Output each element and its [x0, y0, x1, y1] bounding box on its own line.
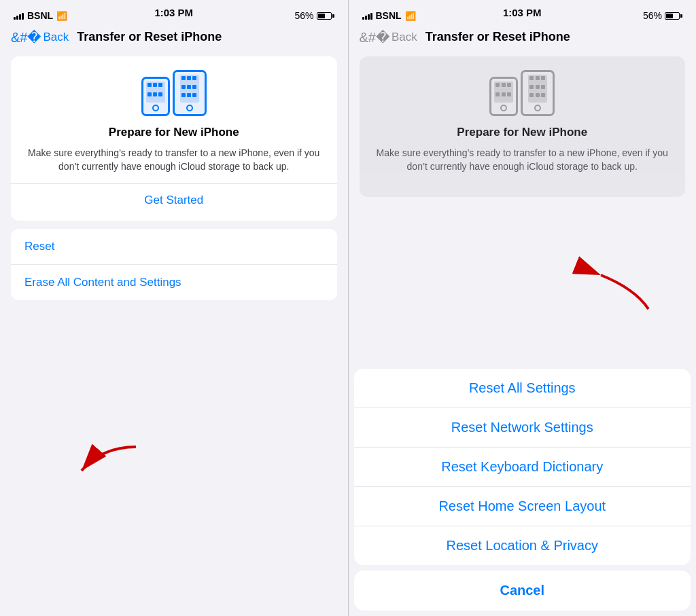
phone-screen-small [146, 81, 165, 103]
back-button-left[interactable]: &#� Back [11, 31, 69, 44]
card-desc-right: Make sure everything’s ready to transfer… [370, 146, 675, 174]
card-divider-left [11, 183, 337, 184]
home-btn-small [152, 105, 159, 111]
status-left-right: BSNL 📶 [362, 10, 416, 21]
nav-title-left: Transfer or Reset iPhone [77, 30, 222, 44]
phone-screen-large-right [528, 75, 547, 103]
action-list-left: Reset Erase All Content and Settings [11, 229, 337, 300]
prepare-card-left: Prepare for New iPhone Make sure everyth… [11, 56, 337, 221]
card-icon-right [370, 70, 675, 116]
phone-screen-small-right [494, 81, 513, 103]
left-panel: BSNL 📶 1:03 PM 56% &#� Back Transfer or … [0, 0, 348, 616]
reset-network-settings-item[interactable]: Reset Network Settings [354, 408, 691, 448]
status-right: 56% [294, 10, 334, 21]
content-left: Prepare for New iPhone Make sure everyth… [0, 50, 348, 616]
nav-bar-right: &#� Back Transfer or Reset iPhone [349, 27, 697, 50]
transfer-icon [141, 70, 207, 116]
home-btn-large [186, 105, 193, 111]
battery-icon [317, 12, 334, 20]
nav-bar-left: &#� Back Transfer or Reset iPhone [0, 27, 348, 50]
phone-icon-large-right [521, 70, 555, 116]
back-chevron-icon-right: &#� [360, 31, 390, 44]
reset-location-privacy-item[interactable]: Reset Location & Privacy [354, 526, 691, 565]
signal-icon-right [362, 12, 372, 20]
reset-all-settings-item[interactable]: Reset All Settings [354, 369, 691, 408]
carrier-label: BSNL [27, 10, 53, 21]
signal-icon [14, 12, 24, 20]
right-panel: BSNL 📶 1:03 PM 56% &#� Back Transfer or … [349, 0, 697, 616]
prepare-card-right: Prepare for New iPhone Make sure everyth… [360, 56, 686, 197]
action-sheet: Reset All Settings Reset Network Setting… [349, 369, 697, 616]
time-label-right: 1:03 PM [503, 7, 542, 18]
transfer-icon-right [489, 70, 555, 116]
back-chevron-icon: &#� [11, 31, 41, 44]
phone-screen-large [180, 75, 199, 103]
action-sheet-group: Reset All Settings Reset Network Setting… [354, 369, 691, 565]
status-right-right: 56% [643, 10, 682, 21]
card-desc-left: Make sure everything’s ready to transfer… [22, 146, 326, 174]
reset-button[interactable]: Reset [11, 229, 337, 265]
battery-icon-right [665, 12, 682, 20]
erase-all-button[interactable]: Erase All Content and Settings [11, 265, 337, 300]
status-bar-right: BSNL 📶 1:03 PM 56% [349, 0, 697, 27]
back-button-right[interactable]: &#� Back [360, 31, 417, 44]
cancel-button[interactable]: Cancel [354, 570, 691, 611]
phone-icon-small [141, 77, 170, 116]
reset-home-screen-layout-item[interactable]: Reset Home Screen Layout [354, 487, 691, 526]
wifi-icon: 📶 [56, 11, 67, 21]
back-label-right: Back [392, 31, 417, 44]
card-icon-left [22, 70, 326, 116]
status-left: BSNL 📶 [14, 10, 67, 21]
battery-label-right: 56% [643, 10, 662, 21]
reset-keyboard-dictionary-item[interactable]: Reset Keyboard Dictionary [354, 448, 691, 487]
status-bar-left: BSNL 📶 1:03 PM 56% [0, 0, 348, 27]
card-title-right: Prepare for New iPhone [370, 126, 675, 139]
carrier-label-right: BSNL [376, 10, 402, 21]
battery-label: 56% [294, 10, 313, 21]
get-started-button[interactable]: Get Started [22, 194, 326, 207]
phone-icon-small-right [489, 77, 518, 116]
nav-title-right: Transfer or Reset iPhone [425, 30, 570, 44]
home-btn-small-right [500, 105, 507, 111]
time-label: 1:03 PM [154, 7, 193, 18]
card-title-left: Prepare for New iPhone [22, 126, 326, 139]
back-label-left: Back [43, 31, 69, 44]
phone-icon-large [173, 70, 207, 116]
wifi-icon-right: 📶 [405, 11, 416, 21]
home-btn-large-right [534, 105, 541, 111]
